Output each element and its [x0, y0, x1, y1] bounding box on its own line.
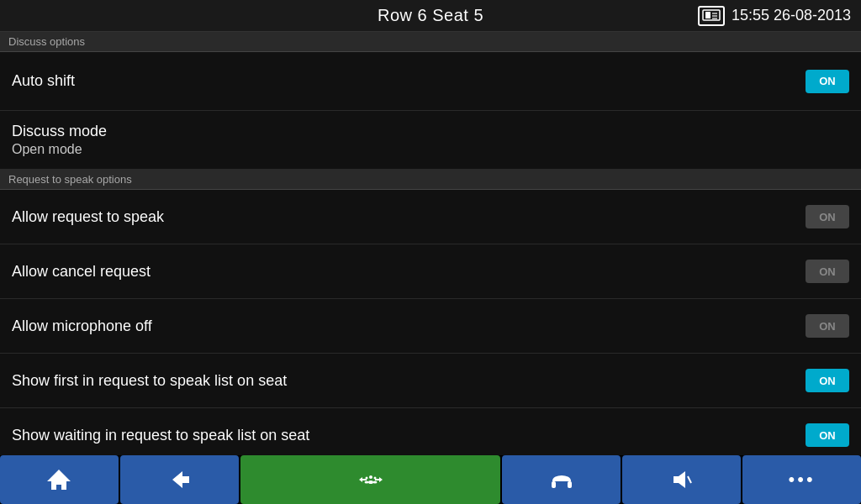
conference-icon [357, 466, 384, 493]
svg-marker-14 [673, 471, 685, 488]
more-button[interactable]: ••• [742, 455, 861, 504]
option-toggle-0[interactable]: ON [806, 205, 849, 228]
option-row-0: Allow request to speak ON [0, 190, 861, 244]
option-label-1: Allow cancel request [12, 263, 151, 281]
auto-shift-label: Auto shift [12, 72, 75, 90]
home-button[interactable] [0, 455, 119, 504]
header: Row 6 Seat 5 15:55 26-08-2013 [0, 0, 861, 32]
discuss-mode-title: Discuss mode [12, 123, 849, 140]
options-list: Allow request to speak ON Allow cancel r… [0, 190, 861, 463]
svg-point-11 [372, 481, 377, 484]
svg-point-8 [365, 477, 367, 480]
svg-point-7 [368, 480, 373, 484]
option-toggle-2[interactable]: ON [806, 314, 849, 338]
svg-line-15 [688, 476, 691, 483]
header-time: 15:55 26-08-2013 [732, 7, 851, 24]
option-label-0: Allow request to speak [12, 208, 164, 226]
option-toggle-3[interactable]: ON [806, 369, 849, 392]
svg-point-9 [364, 481, 368, 484]
back-button[interactable] [120, 455, 239, 504]
bottom-toolbar: ••• [0, 455, 861, 504]
header-title: Row 6 Seat 5 [378, 6, 483, 25]
back-icon [166, 466, 193, 493]
option-toggle-4[interactable]: ON [806, 423, 849, 447]
svg-rect-13 [568, 481, 572, 488]
discuss-mode-value: Open mode [12, 142, 849, 157]
more-dots-icon: ••• [789, 469, 816, 491]
speaker-icon [668, 466, 695, 493]
request-to-speak-section-header: Request to speak options [0, 170, 861, 190]
option-row-1: Allow cancel request ON [0, 244, 861, 299]
option-label-3: Show first in request to speak list on s… [12, 372, 287, 390]
svg-marker-5 [47, 470, 71, 490]
option-row-2: Allow microphone off ON [0, 299, 861, 354]
headphone-button[interactable] [502, 455, 621, 504]
option-row-3: Show first in request to speak list on s… [0, 354, 861, 408]
conference-button[interactable] [240, 455, 501, 504]
svg-rect-12 [552, 481, 556, 488]
auto-shift-toggle[interactable]: ON [806, 70, 849, 93]
speaker-button[interactable] [622, 455, 741, 504]
option-label-2: Allow microphone off [12, 318, 152, 335]
device-icon [698, 6, 725, 26]
header-right: 15:55 26-08-2013 [698, 6, 851, 26]
svg-point-6 [369, 475, 372, 479]
auto-shift-row: Auto shift ON [0, 52, 861, 111]
home-icon [45, 466, 72, 493]
headphone-icon [548, 466, 575, 493]
discuss-options-section-header: Discuss options [0, 32, 861, 52]
svg-rect-1 [705, 12, 710, 18]
option-label-4: Show waiting in request to speak list on… [12, 427, 309, 444]
discuss-mode-row: Discuss mode Open mode [0, 111, 861, 170]
option-toggle-1[interactable]: ON [806, 260, 849, 283]
request-to-speak-label: Request to speak options [8, 173, 132, 186]
discuss-options-label: Discuss options [8, 35, 85, 48]
